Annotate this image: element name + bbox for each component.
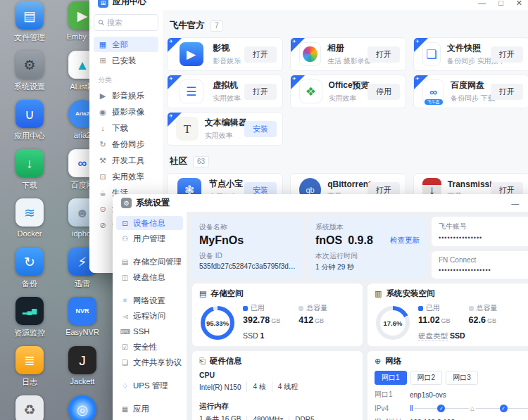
settings-nav-label: 安全性 <box>133 342 158 352</box>
settings-nav-label: 远程访问 <box>133 311 165 322</box>
icon-glyph: ≣ <box>24 354 35 367</box>
app-card-文本编辑器: ✈T文本编辑器实用效率安装 <box>167 112 283 146</box>
sidebar-group-gap <box>116 247 183 255</box>
icon-glyph: Aria2 <box>75 111 89 117</box>
device-name-label: 设备名称 <box>199 222 296 232</box>
desktop-shortcut[interactable]: ≣日志 <box>7 346 52 388</box>
category-group-label: 分类 <box>98 75 158 85</box>
desktop-shortcut-label: 备份 <box>7 279 52 289</box>
check-update-link[interactable]: 检查更新 <box>390 236 420 246</box>
system-used-label: 已用 <box>426 303 440 313</box>
system-space-donut: 17.6% <box>376 306 410 340</box>
settings-nav-label: 设备信息 <box>133 218 165 229</box>
cpu-specs: Intel(R) N150 4 核 4 线程 <box>199 382 356 392</box>
app-center-close-icon[interactable]: ✕ <box>516 0 522 8</box>
category-item-影音娱乐[interactable]: ▶影音娱乐 <box>94 88 158 103</box>
settings-nav-icon: ⚇ <box>120 235 130 243</box>
category-item-备份同步[interactable]: ↻备份同步 <box>94 136 158 152</box>
desktop-shortcut[interactable]: ⚙系统设置 <box>7 51 52 92</box>
category-label: 影音娱乐 <box>112 91 144 101</box>
category-icon: ⊙ <box>98 205 108 214</box>
settings-nav-安全性[interactable]: ☑安全性 <box>116 340 183 354</box>
cpu-threads: 4 线程 <box>272 382 298 392</box>
icon-glyph: ❏ <box>426 49 436 61</box>
settings-nav-icon: ☑ <box>120 343 130 351</box>
storage-total-label: 总容量 <box>306 303 327 313</box>
settings-sidebar: ⊡设备信息⚇用户管理▤存储空间管理◫硬盘信息⌗网络设置◅远程访问⌨SSH☑安全性… <box>113 212 187 420</box>
settings-nav-SSH[interactable]: ⌨SSH <box>116 324 183 338</box>
settings-nav-UPS 管理[interactable]: ♢UPS 管理 <box>116 378 183 393</box>
desktop-shortcut[interactable]: ↓下载 <box>7 149 52 191</box>
app-action-button-虚拟机[interactable]: 打开 <box>244 84 277 100</box>
app-action-button-文件快照[interactable]: 打开 <box>491 46 523 63</box>
settings-nav-label: 存储空间管理 <box>133 257 182 267</box>
settings-window-icon: ⚙ <box>121 198 132 208</box>
settings-nav-硬盘信息[interactable]: ◫硬盘信息 <box>116 270 183 284</box>
network-icon: ⊕ <box>375 357 381 366</box>
app-tags: 影音娱乐 <box>213 56 241 66</box>
app-card-texts: 影视影音娱乐 <box>213 42 241 66</box>
category-icon: ⊘ <box>98 221 108 230</box>
desktop-shortcut[interactable]: NVREasyNVR <box>60 297 105 336</box>
desktop-shortcut-label: 系统设置 <box>7 82 52 92</box>
settings-nav-网络设置[interactable]: ⌗网络设置 <box>116 293 183 307</box>
storage-card: ▤ 存储空间 95.33% 已用 392.78GB <box>192 284 363 346</box>
desktop-shortcut[interactable]: ∪应用中心 <box>7 100 52 141</box>
sidebar-item-全部[interactable]: ▦全部 <box>94 37 158 52</box>
desktop-shortcut[interactable]: JJackett <box>60 346 105 386</box>
fnos-logo-icon: ✈ <box>168 113 173 120</box>
sidebar-item-已安装[interactable]: ⊞已安装 <box>94 53 158 68</box>
app-name: 影视 <box>213 42 241 54</box>
banner-label: 飞牛盘 <box>425 99 443 105</box>
desktop-shortcut-label: 文件管理 <box>7 32 52 43</box>
settings-nav-远程访问[interactable]: ◅远程访问 <box>116 309 183 323</box>
category-item-下载[interactable]: ↓下载 <box>94 120 158 136</box>
vm-app-icon: ☰ <box>180 79 203 103</box>
desktop-shortcut[interactable]: ♻ <box>7 395 52 420</box>
app-center-maximize-icon[interactable]: □ <box>498 0 503 8</box>
app-center-search[interactable]: ⚲ <box>94 14 158 31</box>
category-item-摄影录像[interactable]: ◉摄影录像 <box>94 104 158 120</box>
category-item-实用效率[interactable]: ⊡实用效率 <box>94 169 158 184</box>
app-name: 文本编辑器 <box>205 117 244 129</box>
settings-nav-icon: ◫ <box>120 274 130 281</box>
app-center-window-controls: —□✕ <box>478 0 522 8</box>
app-action-button-百度网盘[interactable]: 打开 <box>491 84 523 100</box>
icon-glyph: NVR <box>75 308 89 314</box>
system-used-value: 11.02 <box>418 315 440 325</box>
desktop-shortcut[interactable]: ▂▄▆资源监控 <box>7 297 52 338</box>
desktop-shortcut[interactable]: ▤文件管理 <box>7 1 52 43</box>
section-title: 飞牛官方 <box>170 20 205 32</box>
settings-minimize-icon[interactable]: — <box>511 199 519 208</box>
category-item-开发工具[interactable]: ⚒开发工具 <box>94 153 158 168</box>
app-center-minimize-icon[interactable]: — <box>478 0 486 8</box>
settings-nav-文件共享协议[interactable]: ❏文件共享协议 <box>116 355 183 369</box>
network-tab-网口2[interactable]: 网口2 <box>410 371 443 385</box>
settings-nav-用户管理[interactable]: ⚇用户管理 <box>116 231 183 246</box>
baidu-glyph: ∞ <box>78 157 87 170</box>
settings-nav-应用[interactable]: ▦应用 <box>116 402 183 416</box>
version-number: 0.9.8 <box>348 234 373 247</box>
desktop-shortcut[interactable]: ≋Docker <box>7 198 52 238</box>
app-action-button-文本编辑器[interactable]: 安装 <box>244 121 277 137</box>
desktop-shortcut[interactable]: ◎ <box>60 395 105 420</box>
icon-glyph: ▶ <box>187 49 196 61</box>
version-name: fnOS <box>315 234 342 247</box>
app-card-相册: ✈相册生活 摄影录像打开 <box>290 37 406 71</box>
storage-pool-name: SSD <box>243 331 258 340</box>
desktop-shortcut[interactable]: ↻备份 <box>7 248 52 289</box>
app-action-button-Office预览[interactable]: 停用 <box>367 84 400 100</box>
recycle-bin-icon: ♻ <box>15 395 44 420</box>
app-card-影视: ✈▶影视影音娱乐打开 <box>167 37 283 71</box>
app-action-button-相册[interactable]: 打开 <box>367 46 400 63</box>
icon-glyph: ▂▄▆ <box>23 308 37 314</box>
settings-titlebar: ⚙ 系统设置 —□ <box>113 194 528 212</box>
search-input[interactable] <box>107 18 153 27</box>
app-action-button-影视[interactable]: 打开 <box>244 46 277 63</box>
network-tab-网口3[interactable]: 网口3 <box>446 371 478 385</box>
settings-nav-存储空间管理[interactable]: ▤存储空间管理 <box>116 255 183 269</box>
network-tab-网口1[interactable]: 网口1 <box>375 371 407 385</box>
settings-nav-设备信息[interactable]: ⊡设备信息 <box>116 216 183 230</box>
baidu-glyph: ∞ <box>429 87 437 97</box>
settings-nav-icon: ⊡ <box>120 219 130 227</box>
